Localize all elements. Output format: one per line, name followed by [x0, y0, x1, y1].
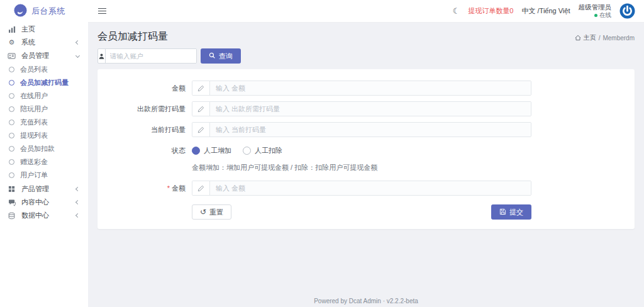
sidebar-item-member-dml[interactable]: 会员加减打码量 — [0, 76, 88, 89]
sidebar-nav: 主页 ⚙ 系统 会员管理 会员列表 — [0, 23, 88, 222]
form-row-required-amount: *金额 — [97, 181, 635, 196]
pencil-icon — [192, 181, 210, 195]
field-label: 当前打码量 — [97, 125, 192, 135]
sidebar-item-companion-users[interactable]: 陪玩用户 — [0, 103, 88, 116]
brand-name: 后台系统 — [31, 6, 65, 17]
user-menu[interactable]: 超级管理员 在线 — [579, 3, 612, 19]
sidebar-item-home[interactable]: 主页 — [0, 23, 88, 36]
footer: Powered by Dcat Admin · v2.2.2-beta — [88, 298, 644, 304]
chevron-left-icon — [75, 213, 80, 218]
navbar-right: ☾ 提现订单数量0 中文 /Tiếng Việt 超级管理员 在线 — [453, 3, 635, 19]
search-row: 查询 — [97, 48, 635, 64]
circle-icon — [9, 93, 14, 99]
sidebar-item-system[interactable]: ⚙ 系统 — [0, 36, 88, 49]
current-dml-input[interactable] — [210, 123, 531, 137]
page-title: 会员加减打码量 — [97, 30, 168, 43]
sidebar-item-gift-bonus[interactable]: 赠送彩金 — [0, 155, 88, 169]
brand-logo-icon — [14, 4, 27, 19]
input-group — [192, 81, 531, 96]
breadcrumb-current: Memberdm — [602, 35, 635, 42]
account-search-group — [97, 48, 197, 64]
id-card-icon — [8, 52, 16, 60]
sidebar-subitem-label: 会员加扣款 — [20, 144, 55, 154]
sidebar-item-member-list[interactable]: 会员列表 — [0, 63, 88, 76]
pencil-icon — [192, 81, 210, 95]
member-submenu: 会员列表 会员加减打码量 在线用户 陪玩用户 充值列表 — [0, 62, 88, 182]
input-group — [192, 181, 531, 196]
field-label: 状态 — [97, 146, 192, 155]
payout-required-dml-input[interactable] — [210, 102, 531, 116]
sidebar-item-label: 会员管理 — [21, 51, 49, 60]
field-label: 金额 — [97, 84, 192, 93]
sidebar-item-recharge-list[interactable]: 充值列表 — [0, 116, 88, 129]
sidebar: 后台系统 主页 ⚙ 系统 会员管理 — [0, 0, 88, 307]
sidebar-item-label: 系统 — [21, 38, 35, 47]
language-switcher[interactable]: 中文 /Tiếng Việt — [521, 6, 570, 16]
sidebar-item-label: 内容中心 — [21, 198, 49, 207]
radio-manual-increase[interactable]: 人工增加 — [192, 146, 231, 155]
main-area: ☾ 提现订单数量0 中文 /Tiếng Việt 超级管理员 在线 会员加减打码… — [88, 0, 644, 307]
required-amount-input[interactable] — [210, 181, 531, 195]
input-group — [192, 101, 531, 116]
account-search-input[interactable] — [106, 49, 197, 63]
form-actions: ↺ 重置 提交 — [97, 204, 635, 220]
dark-mode-icon[interactable]: ☾ — [453, 7, 460, 15]
sidebar-item-user-orders[interactable]: 用户订单 — [0, 169, 88, 182]
radio-unselected-icon — [243, 147, 251, 155]
menu-toggle-icon[interactable] — [97, 6, 108, 17]
submit-button-label: 提交 — [509, 208, 523, 217]
form-row-help: 金额增加：增加用户可提现金额 / 扣除：扣除用户可提现金额 — [97, 163, 635, 172]
form-row-amount: 金额 — [97, 81, 635, 96]
circle-icon — [9, 133, 14, 138]
circle-icon — [9, 106, 14, 112]
sidebar-item-label: 数据中心 — [21, 211, 49, 220]
input-group — [192, 122, 531, 137]
chat-icon — [8, 199, 16, 206]
breadcrumb-separator: / — [599, 35, 601, 42]
form-row-payout-dml: 出款所需打码量 — [97, 101, 635, 116]
sidebar-subitem-label: 用户订单 — [20, 170, 48, 180]
radio-label: 人工扣除 — [255, 146, 282, 155]
sidebar-item-content-center[interactable]: 内容中心 — [0, 196, 88, 209]
reset-button-label: 重置 — [209, 208, 223, 217]
grid-icon — [8, 186, 16, 193]
sidebar-item-withdraw-list[interactable]: 提现列表 — [0, 129, 88, 142]
circle-icon — [9, 80, 14, 86]
reset-button[interactable]: ↺ 重置 — [192, 204, 231, 220]
breadcrumb-home-link[interactable]: 主页 — [584, 33, 596, 42]
circle-icon — [9, 67, 14, 72]
search-button[interactable]: 查询 — [201, 48, 241, 64]
search-button-label: 查询 — [219, 52, 233, 61]
online-dot-icon — [594, 14, 597, 17]
sidebar-item-product-management[interactable]: 产品管理 — [0, 182, 88, 196]
radio-manual-deduct[interactable]: 人工扣除 — [243, 146, 282, 155]
reset-icon: ↺ — [200, 208, 206, 216]
online-status-label: 在线 — [599, 11, 611, 19]
content: 会员加减打码量 主页 / Memberdm — [88, 23, 644, 307]
required-mark: * — [167, 184, 170, 192]
sidebar-item-member-adjust-funds[interactable]: 会员加扣款 — [0, 142, 88, 155]
circle-icon — [9, 146, 14, 152]
breadcrumb: 主页 / Memberdm — [575, 33, 635, 43]
status-help-text: 金额增加：增加用户可提现金额 / 扣除：扣除用户可提现金额 — [192, 163, 377, 172]
circle-icon — [9, 159, 14, 165]
sidebar-subitem-label: 陪玩用户 — [20, 104, 48, 114]
sidebar-item-member-management[interactable]: 会员管理 — [0, 49, 88, 62]
sidebar-item-data-center[interactable]: 数据中心 — [0, 209, 88, 222]
avatar[interactable] — [619, 3, 635, 19]
footer-text: Powered by Dcat Admin · v2.2.2-beta — [314, 298, 418, 304]
brand[interactable]: 后台系统 — [0, 0, 88, 23]
sidebar-item-label: 产品管理 — [21, 184, 49, 194]
radio-selected-icon — [192, 147, 200, 155]
submit-button[interactable]: 提交 — [491, 204, 531, 220]
sidebar-item-online-users[interactable]: 在线用户 — [0, 89, 88, 103]
chevron-left-icon — [75, 200, 80, 204]
sidebar-subitem-label: 赠送彩金 — [20, 157, 48, 167]
top-navbar: ☾ 提现订单数量0 中文 /Tiếng Việt 超级管理员 在线 — [88, 0, 644, 23]
circle-icon — [9, 120, 14, 125]
sidebar-item-label: 主页 — [21, 25, 35, 34]
amount-input[interactable] — [210, 81, 531, 95]
withdraw-orders-badge[interactable]: 提现订单数量0 — [468, 6, 513, 16]
form-row-status: 状态 人工增加 人工扣除 — [97, 143, 635, 158]
app-root: 后台系统 主页 ⚙ 系统 会员管理 — [0, 0, 644, 307]
